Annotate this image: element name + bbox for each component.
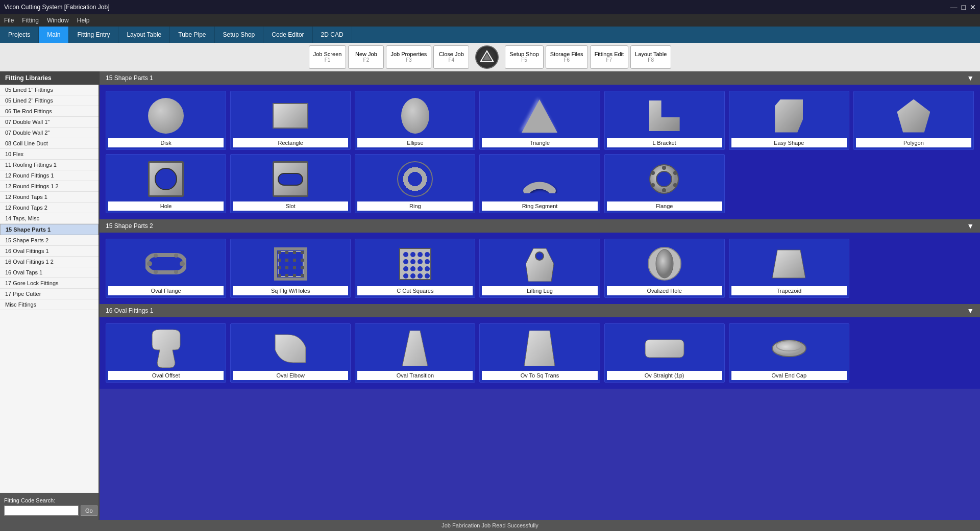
sidebar-item-8[interactable]: 12 Round Fittings 1 bbox=[0, 170, 99, 181]
sidebar-item-7[interactable]: 11 Roofing Fittings 1 bbox=[0, 160, 99, 170]
svg-point-16 bbox=[174, 270, 178, 274]
sidebar-item-3[interactable]: 07 Double Wall 1" bbox=[0, 117, 99, 128]
search-input[interactable] bbox=[4, 505, 79, 516]
menu-window[interactable]: Window bbox=[47, 17, 69, 24]
shape-ovalflange-icon bbox=[145, 251, 186, 276]
fitting-item-oval-transition[interactable]: Oval Transition bbox=[355, 323, 475, 383]
toolbar-storage-files[interactable]: Storage Files F6 bbox=[546, 45, 588, 69]
sidebar-item-10[interactable]: 12 Round Taps 1 bbox=[0, 192, 99, 203]
section-arrow[interactable]: ▼ bbox=[967, 222, 974, 230]
sidebar-item-12[interactable]: 14 Taps, Misc bbox=[0, 213, 99, 224]
sidebar-item-9[interactable]: 12 Round Fittings 1 2 bbox=[0, 181, 99, 192]
fitting-item-rectangle[interactable]: Rectangle bbox=[230, 91, 351, 150]
fitting-item-ring-segment[interactable]: Ring Segment bbox=[479, 154, 600, 213]
sidebar-item-20[interactable]: Misc Fittings bbox=[0, 299, 99, 310]
section-arrow[interactable]: ▼ bbox=[967, 74, 974, 82]
content-area[interactable]: 15 Shape Parts 1▼ Disk Rectangle Ellipse… bbox=[100, 71, 980, 520]
fitting-item-oval-flange[interactable]: Oval Flange bbox=[106, 239, 226, 298]
svg-rect-18 bbox=[278, 251, 303, 276]
toolbar-job-properties[interactable]: Job Properties F3 bbox=[386, 45, 431, 69]
sidebar-item-18[interactable]: 17 Gore Lock Fittings bbox=[0, 278, 99, 289]
svg-rect-20 bbox=[278, 259, 281, 262]
svg-point-47 bbox=[418, 273, 423, 279]
svg-point-45 bbox=[418, 259, 423, 264]
tab-2d-cad[interactable]: 2D CAD bbox=[313, 27, 352, 43]
tab-tube-pipe[interactable]: Tube Pipe bbox=[170, 27, 214, 43]
sidebar-item-14[interactable]: 15 Shape Parts 2 bbox=[0, 235, 99, 246]
toolbar-logo bbox=[475, 45, 499, 69]
sidebar-item-16[interactable]: 16 Oval Fittings 1 2 bbox=[0, 257, 99, 267]
toolbar-fittings-edit[interactable]: Fittings Edit F7 bbox=[590, 45, 628, 69]
fitting-item-ovalized-hole[interactable]: Ovalized Hole bbox=[604, 239, 725, 298]
fitting-item-easy-shape[interactable]: Easy Shape bbox=[729, 91, 849, 150]
tab-code-editor[interactable]: Code Editor bbox=[263, 27, 312, 43]
close-btn[interactable]: ✕ bbox=[970, 3, 976, 11]
toolbar-setup-shop[interactable]: Setup Shop F5 bbox=[505, 45, 544, 69]
tab-fitting-entry[interactable]: Fitting Entry bbox=[69, 27, 118, 43]
fitting-label: Easy Shape bbox=[731, 138, 847, 147]
fitting-item-oval-offset[interactable]: Oval Offset bbox=[106, 323, 226, 383]
shape-trapezoid-icon bbox=[772, 247, 805, 281]
fitting-item-ellipse[interactable]: Ellipse bbox=[355, 91, 475, 150]
fitting-item-disk[interactable]: Disk bbox=[106, 91, 226, 150]
toolbar-close-job[interactable]: Close Job F4 bbox=[433, 45, 469, 69]
menu-help[interactable]: Help bbox=[77, 17, 90, 24]
svg-point-9 bbox=[651, 171, 655, 175]
fitting-label: Slot bbox=[233, 201, 348, 211]
shape-triangle-icon bbox=[522, 99, 557, 133]
sidebar-list[interactable]: 05 Lined 1" Fittings05 Lined 2" Fittings… bbox=[0, 85, 99, 493]
fitting-item-slot[interactable]: Slot bbox=[230, 154, 351, 213]
fitting-item-flange[interactable]: Flange bbox=[604, 154, 725, 213]
toolbar: Job Screen F1 New Job F2 Job Properties … bbox=[0, 43, 980, 71]
sidebar-item-2[interactable]: 06 Tie Rod Fittings bbox=[0, 106, 99, 117]
fitting-item-ring[interactable]: Ring bbox=[355, 154, 475, 213]
items-grid-section1: Disk Rectangle Ellipse Triangle L Bracke… bbox=[100, 85, 980, 219]
tab-setup-shop[interactable]: Setup Shop bbox=[215, 27, 264, 43]
sidebar-item-1[interactable]: 05 Lined 2" Fittings bbox=[0, 95, 99, 106]
fitting-item-lifting-lug[interactable]: Lifting Lug bbox=[479, 239, 600, 298]
tab-projects[interactable]: Projects bbox=[0, 27, 39, 43]
svg-point-54 bbox=[656, 249, 673, 278]
menu-fitting[interactable]: Fitting bbox=[22, 17, 39, 24]
sidebar-item-6[interactable]: 10 Flex bbox=[0, 149, 99, 160]
fitting-item-hole[interactable]: Hole bbox=[106, 154, 226, 213]
sidebar-item-5[interactable]: 08 Coil Line Duct bbox=[0, 138, 99, 149]
toolbar-job-screen[interactable]: Job Screen F1 bbox=[309, 45, 347, 69]
section-header-section1[interactable]: 15 Shape Parts 1▼ bbox=[100, 71, 980, 85]
sidebar-item-19[interactable]: 17 Pipe Cutter bbox=[0, 289, 99, 299]
fitting-item-c-cut-squares[interactable]: C Cut Squares bbox=[355, 239, 475, 298]
svg-rect-22 bbox=[278, 274, 281, 277]
tab-main[interactable]: Main bbox=[39, 27, 69, 43]
toolbar-layout-table[interactable]: Layout Table F8 bbox=[630, 45, 671, 69]
section-header-section2[interactable]: 15 Shape Parts 2▼ bbox=[100, 219, 980, 233]
sidebar: Fitting Libraries 05 Lined 1" Fittings05… bbox=[0, 71, 100, 520]
maximize-btn[interactable]: □ bbox=[962, 3, 966, 11]
fitting-item-oval-end-cap[interactable]: Oval End Cap bbox=[729, 323, 849, 383]
sidebar-item-4[interactable]: 07 Double Wall 2" bbox=[0, 128, 99, 138]
section-arrow[interactable]: ▼ bbox=[967, 307, 974, 315]
fitting-item-triangle[interactable]: Triangle bbox=[479, 91, 600, 150]
fitting-item-l-bracket[interactable]: L Bracket bbox=[604, 91, 725, 150]
search-go-button[interactable]: Go bbox=[81, 505, 97, 516]
minimize-btn[interactable]: — bbox=[950, 3, 958, 11]
sidebar-item-0[interactable]: 05 Lined 1" Fittings bbox=[0, 85, 99, 95]
fitting-item-sq-flg-w/holes[interactable]: Sq Flg W/Holes bbox=[230, 239, 351, 298]
svg-rect-10 bbox=[146, 255, 185, 272]
toolbar-new-job[interactable]: New Job F2 bbox=[348, 45, 384, 69]
sidebar-item-15[interactable]: 16 Oval Fittings 1 bbox=[0, 246, 99, 257]
svg-rect-24 bbox=[285, 259, 288, 262]
section-header-section3[interactable]: 16 Oval Fittings 1▼ bbox=[100, 304, 980, 317]
fitting-icon-area bbox=[482, 328, 597, 369]
menu-file[interactable]: File bbox=[4, 17, 14, 24]
tab-layout-table[interactable]: Layout Table bbox=[118, 27, 170, 43]
fitting-item-polygon[interactable]: Polygon bbox=[853, 91, 974, 150]
fitting-item-ov-straight-(1p)[interactable]: Ov Straight (1p) bbox=[604, 323, 725, 383]
fitting-item-trapezoid[interactable]: Trapezoid bbox=[729, 239, 849, 298]
sidebar-item-17[interactable]: 16 Oval Taps 1 bbox=[0, 267, 99, 278]
sidebar-item-13[interactable]: 15 Shape Parts 1 bbox=[0, 224, 99, 235]
fitting-item-ov-to-sq-trans[interactable]: Ov To Sq Trans bbox=[479, 323, 600, 383]
sidebar-item-11[interactable]: 12 Round Taps 2 bbox=[0, 203, 99, 213]
svg-rect-29 bbox=[293, 266, 296, 269]
window-controls[interactable]: — □ ✕ bbox=[950, 3, 976, 11]
fitting-item-oval-elbow[interactable]: Oval Elbow bbox=[230, 323, 351, 383]
